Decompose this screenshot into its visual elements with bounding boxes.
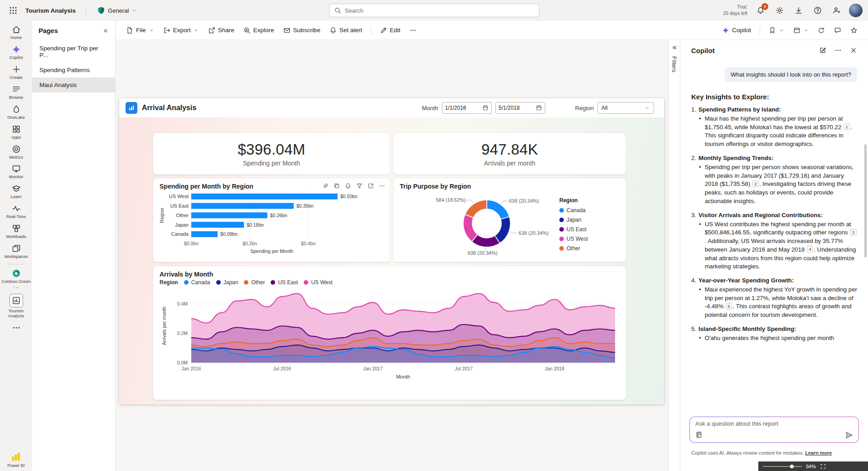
donut-chart[interactable]: 638 (20.34%)638 (20.34%)638 (20.34%)584 … xyxy=(400,190,559,256)
global-search[interactable] xyxy=(329,4,539,17)
copilot-question-input[interactable] xyxy=(695,420,853,427)
notifications-button[interactable]: 7 xyxy=(753,3,768,18)
rail-item-monitor[interactable]: Monitor xyxy=(1,162,31,182)
citation-ref[interactable]: 3 xyxy=(850,229,856,236)
collapse-pages-icon[interactable] xyxy=(102,28,109,34)
scrollbar-thumb[interactable] xyxy=(864,144,867,257)
citation-ref[interactable]: 4 xyxy=(807,246,813,252)
page-item-spending-per-trip[interactable]: Spending per Trip per P... xyxy=(32,41,115,63)
rail-item-tourism-analysis[interactable]: Tourism Analysis xyxy=(1,291,31,321)
legend-item-us-west[interactable]: US West xyxy=(304,279,332,286)
calendar-icon[interactable] xyxy=(536,105,542,111)
set-alert-button[interactable]: Set alert xyxy=(325,24,366,37)
legend-dot xyxy=(216,280,221,285)
legend-item-canada[interactable]: Canada xyxy=(184,279,210,286)
rail-item-workloads[interactable]: Workloads xyxy=(1,222,31,242)
view-menu-button[interactable] xyxy=(789,24,813,37)
rail-item-learn[interactable]: Learn xyxy=(1,182,31,202)
copilot-close-icon[interactable] xyxy=(850,47,857,54)
rail-item-copilot[interactable]: Copilot xyxy=(1,43,31,63)
rail-item-browse[interactable]: Browse xyxy=(1,83,31,102)
date-to-input[interactable] xyxy=(495,102,545,114)
rail-item-realtime[interactable]: Real-Time xyxy=(1,202,31,222)
edit-button[interactable]: Edit xyxy=(376,24,404,37)
copy-visual-icon[interactable] xyxy=(334,183,340,189)
set-alert-icon[interactable] xyxy=(345,183,351,189)
filter-icon[interactable] xyxy=(356,183,363,189)
share-icon xyxy=(208,27,215,34)
rail-more-button[interactable] xyxy=(1,321,31,335)
send-icon[interactable] xyxy=(845,431,853,439)
citation-ref[interactable]: 2 xyxy=(752,180,759,187)
rail-item-create[interactable]: Create xyxy=(1,63,31,83)
svg-text:$0.18bn: $0.18bn xyxy=(247,222,264,228)
rail-item-metrics[interactable]: Metrics xyxy=(1,142,31,162)
calendar-icon[interactable] xyxy=(482,105,489,111)
rail-item-home[interactable]: Home xyxy=(1,23,31,43)
filters-pane-collapsed[interactable]: Filters xyxy=(668,40,680,471)
copilot-input-box[interactable] xyxy=(689,417,859,443)
legend-item-other[interactable]: Other xyxy=(244,279,265,286)
zoom-slider-knob[interactable] xyxy=(790,465,794,468)
kpi-spending-per-month[interactable]: $396.04M Spending per Month xyxy=(153,133,390,175)
export-menu-button[interactable]: Export xyxy=(159,24,203,37)
page-item-spending-patterns[interactable]: Spending Patterns xyxy=(32,63,115,78)
svg-text:Region: Region xyxy=(160,208,165,223)
learn-more-link[interactable]: Learn more xyxy=(805,450,832,456)
zoom-slider[interactable] xyxy=(763,464,802,469)
expand-filters-icon[interactable] xyxy=(671,44,678,51)
favorite-button[interactable] xyxy=(846,24,862,37)
rail-item-onelake[interactable]: OneLake xyxy=(1,102,31,122)
product-switcher[interactable]: Power BI xyxy=(7,452,25,468)
download-button[interactable] xyxy=(791,3,806,18)
focus-mode-icon[interactable] xyxy=(368,183,374,189)
kpi-arrivals-per-month[interactable]: 947.84K Arrivals per month xyxy=(393,133,626,175)
legend-item-japan[interactable]: Japan xyxy=(216,279,238,286)
date-from-value[interactable] xyxy=(445,105,480,111)
fit-to-page-icon[interactable] xyxy=(820,463,826,470)
area-chart[interactable]: 0.0M0.2M0.4MJan 2016Jul 2016Jan 2017Jul … xyxy=(160,286,620,383)
copilot-more-icon[interactable] xyxy=(834,47,842,54)
bookmarks-button[interactable] xyxy=(765,24,788,37)
share-button[interactable]: Share xyxy=(204,24,238,37)
legend-item-other[interactable]: Other xyxy=(559,245,616,252)
legend-item-us-east[interactable]: US East xyxy=(559,226,616,233)
legend-item-japan[interactable]: Japan xyxy=(559,217,616,223)
subscribe-button[interactable]: Subscribe xyxy=(279,24,325,37)
rail-item-apps[interactable]: Apps xyxy=(1,122,31,142)
help-button[interactable] xyxy=(810,3,825,18)
invite-button[interactable] xyxy=(829,3,844,18)
workspace-switcher[interactable]: General xyxy=(93,5,141,16)
explore-button[interactable]: Explore xyxy=(239,24,278,37)
visual-title: Arrivals by Month xyxy=(160,271,620,278)
app-launcher-button[interactable] xyxy=(5,3,21,18)
rail-item-contoso-green[interactable]: Contoso Green - ... xyxy=(1,267,31,291)
user-avatar[interactable] xyxy=(849,4,863,17)
insight-item-3: 3.Visitor Arrivals and Regional Contribu… xyxy=(691,212,857,271)
rail-item-workspaces[interactable]: Workspaces xyxy=(1,242,31,262)
toolbar-more-button[interactable] xyxy=(405,24,421,37)
prompt-guide-icon[interactable] xyxy=(695,431,703,438)
more-icon xyxy=(409,27,417,34)
copilot-toolbar-button[interactable]: Copilot xyxy=(718,24,755,37)
citation-ref[interactable]: 1 xyxy=(844,123,850,130)
page-item-maui-analysis[interactable]: Maui Analysis xyxy=(32,78,115,92)
search-input[interactable] xyxy=(345,7,534,14)
new-chat-icon[interactable] xyxy=(819,47,826,54)
bar-chart[interactable]: $0.0bn$0.2bn$0.4bnUS West$0.50bnUS East$… xyxy=(160,190,383,254)
settings-button[interactable] xyxy=(772,3,787,18)
region-dropdown[interactable]: All xyxy=(597,102,654,114)
refresh-button[interactable] xyxy=(814,24,829,37)
citation-ref[interactable]: 5 xyxy=(726,303,732,310)
date-from-input[interactable] xyxy=(442,102,492,114)
insight-text: US West contributes the highest spending… xyxy=(705,220,857,271)
comments-button[interactable] xyxy=(830,24,845,37)
legend-item-us-west[interactable]: US West xyxy=(559,236,616,242)
divider xyxy=(371,26,371,34)
file-menu-button[interactable]: File xyxy=(122,24,158,37)
legend-item-canada[interactable]: Canada xyxy=(559,207,616,214)
pin-visual-icon[interactable] xyxy=(322,183,329,189)
more-options-icon[interactable] xyxy=(379,183,385,189)
legend-item-us-east[interactable]: US East xyxy=(271,279,298,286)
date-to-value[interactable] xyxy=(499,105,534,111)
